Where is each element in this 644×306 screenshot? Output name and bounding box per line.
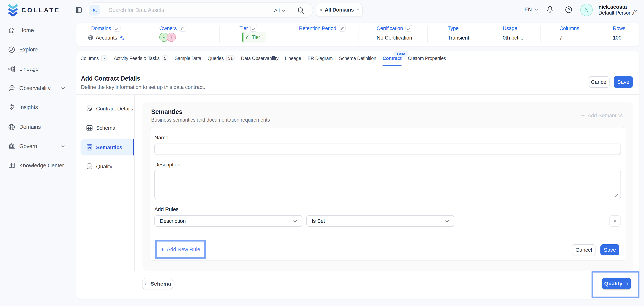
sidebar-item-explore[interactable]: Explore <box>3 42 71 57</box>
search-icon[interactable] <box>298 7 304 14</box>
plus-icon: + <box>581 112 585 119</box>
sidebar-item-domains[interactable]: Domains <box>3 120 71 135</box>
search-input[interactable]: Search for Data Assets <box>109 7 164 13</box>
sidebar-item-home[interactable]: Home <box>3 23 71 38</box>
sidebar-toggle-icon[interactable] <box>76 7 82 13</box>
form-save-button[interactable]: Save <box>600 244 619 256</box>
sidebar-item-govern[interactable]: Govern <box>3 139 71 154</box>
next-step-focus-ring: Quality <box>592 271 640 298</box>
user-menu[interactable]: nick.acosta Default Persona <box>598 4 634 16</box>
next-step-quality-button[interactable]: Quality <box>602 278 631 289</box>
ai-sparkle-icon[interactable] <box>89 5 100 15</box>
insights-icon <box>8 104 15 111</box>
prev-step-schema-button[interactable]: Schema <box>142 278 173 290</box>
certification-value: No Certification <box>377 34 412 42</box>
global-search[interactable]: Search for Data Assets All <box>86 2 313 17</box>
step-semantics[interactable]: Semantics <box>80 139 134 155</box>
collate-logo-icon <box>8 4 18 16</box>
domain-globe-icon <box>88 35 93 40</box>
entity-tabs: Columns7 Activity Feeds & Tasks5 Sample … <box>76 51 640 66</box>
certification-edit-icon[interactable] <box>406 25 412 32</box>
plus-icon: + <box>161 246 164 253</box>
all-domains-selector[interactable]: All Domains <box>316 3 363 17</box>
tab-contract[interactable]: ContractBeta <box>382 51 402 66</box>
add-new-rule-button[interactable]: + Add New Rule <box>155 240 206 259</box>
rows-value: 100 <box>613 34 622 42</box>
header-save-button[interactable]: Save <box>614 76 633 88</box>
semantics-title: Semantics <box>151 108 182 115</box>
owners-edit-icon[interactable] <box>179 25 186 32</box>
language-selector[interactable]: EN <box>524 6 538 12</box>
main-content: Columns7 Activity Feeds & Tasks5 Sample … <box>76 51 640 299</box>
help-icon[interactable]: ? <box>565 6 572 13</box>
sidebar-item-knowledge-center[interactable]: Knowledge Center <box>3 158 71 173</box>
tier-edit-icon[interactable] <box>250 25 257 32</box>
tab-queries[interactable]: Queries31 <box>208 51 235 66</box>
user-avatar[interactable]: N <box>580 4 593 16</box>
header-cancel-button[interactable]: Cancel <box>589 76 610 88</box>
knowledge-book-icon <box>8 162 15 169</box>
domains-globe-icon <box>8 124 15 131</box>
step-contract-details[interactable]: Contract Details <box>80 101 134 116</box>
add-semantics-button[interactable]: + Add Semantics <box>581 112 622 119</box>
owners-label: Owners <box>159 25 186 32</box>
owner-avatar-t[interactable]: T <box>167 33 176 42</box>
usage-value: 0th pctile <box>503 34 524 42</box>
tab-custom-properties[interactable]: Custom Properties <box>408 51 446 66</box>
description-textarea[interactable] <box>154 170 621 199</box>
add-rules-label: Add Rules <box>154 206 178 212</box>
type-value: Transient <box>448 34 469 42</box>
home-icon <box>8 27 15 34</box>
tab-data-observability[interactable]: Data Observability <box>241 51 278 66</box>
search-scope-dropdown[interactable]: All <box>274 7 286 14</box>
tier-label: Tier <box>240 25 257 32</box>
remove-rule-button[interactable]: ✕ <box>609 215 621 227</box>
name-input[interactable] <box>154 144 621 155</box>
semantics-subtitle: Business semantics and documentation req… <box>151 117 270 123</box>
app-root: COLLATE Search for Data Assets All All D… <box>0 0 644 306</box>
semantics-form-card: Name Description Add Rules Description I… <box>149 127 626 261</box>
page-title: Add Contract Details <box>81 75 140 82</box>
type-label: Type <box>448 25 458 32</box>
compass-icon <box>8 46 15 53</box>
entity-metadata-card: Domains Accounts Owners P T Tier Tier 1 … <box>76 23 639 46</box>
tab-schema-definition[interactable]: Schema Definition <box>339 51 376 66</box>
columns-value: 7 <box>559 34 562 42</box>
sidebar-item-insights[interactable]: Insights <box>3 100 71 115</box>
user-persona: Default Persona <box>598 10 634 16</box>
certification-label: Certification <box>377 25 412 32</box>
tab-lineage[interactable]: Lineage <box>285 51 301 66</box>
rows-label: Rows <box>613 25 625 32</box>
tier-pencil-icon <box>246 35 250 39</box>
sidebar-item-observability[interactable]: Observability <box>3 81 71 96</box>
description-label: Description <box>154 161 180 168</box>
globe-icon <box>320 6 322 14</box>
step-schema[interactable]: Schema <box>80 121 134 135</box>
tab-er-diagram[interactable]: ER Diagram <box>308 51 332 66</box>
rule-operator-select[interactable]: Is Set <box>306 215 454 227</box>
domains-edit-icon[interactable] <box>114 25 120 32</box>
tab-activity-feeds[interactable]: Activity Feeds & Tasks5 <box>114 51 168 66</box>
contract-details-icon <box>86 105 93 112</box>
textarea-resize-handle[interactable] <box>614 192 618 197</box>
name-label: Name <box>154 135 168 141</box>
govern-bank-icon <box>8 143 15 150</box>
tab-sample-data[interactable]: Sample Data <box>175 51 201 66</box>
tier-badge[interactable]: Tier 1 <box>242 32 266 42</box>
tab-columns[interactable]: Columns7 <box>80 51 108 66</box>
form-cancel-button[interactable]: Cancel <box>572 244 596 256</box>
top-navbar: COLLATE Search for Data Assets All All D… <box>0 0 644 20</box>
columns-label: Columns <box>559 25 579 32</box>
user-name: nick.acosta <box>598 4 634 10</box>
quality-icon <box>86 163 93 170</box>
semantics-icon <box>86 144 93 151</box>
sidebar-item-lineage[interactable]: Lineage <box>3 61 71 76</box>
domains-value[interactable]: Accounts <box>88 34 124 42</box>
chevron-left-icon <box>144 282 148 286</box>
rule-field-select[interactable]: Description <box>154 215 302 227</box>
retention-label: Retention Period <box>299 25 346 32</box>
retention-value: -- <box>300 34 303 42</box>
step-quality[interactable]: Quality <box>80 159 134 174</box>
retention-edit-icon[interactable] <box>339 25 346 32</box>
notifications-bell-icon[interactable] <box>546 6 554 13</box>
